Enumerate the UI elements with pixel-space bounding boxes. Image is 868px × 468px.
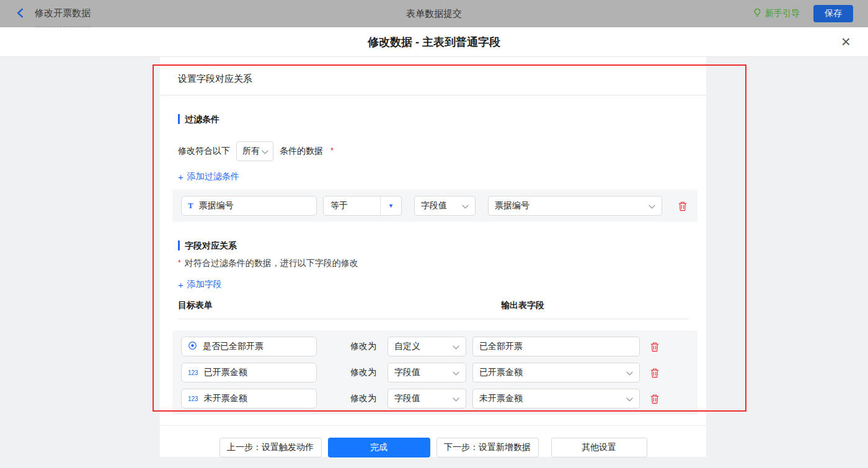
done-button[interactable]: 完成: [328, 438, 430, 457]
condition-field-value: 票据编号: [199, 200, 234, 211]
target-field-select[interactable]: 123 未开票金额: [181, 389, 317, 408]
text-field-icon: T: [188, 201, 193, 211]
mapping-description-row: * 对符合过滤条件的数据，进行以下字段的修改: [178, 258, 688, 269]
page-title: 表单数据提交: [0, 8, 868, 20]
filter-section-title: 过滤条件: [178, 114, 688, 124]
number-field-icon: 123: [188, 395, 198, 402]
operator-value: 等于: [324, 200, 380, 211]
chevron-down-icon: [262, 146, 268, 156]
condition-value-select[interactable]: 票据编号: [488, 196, 662, 216]
required-asterisk: *: [178, 258, 181, 267]
guide-label: 新手引导: [765, 8, 800, 19]
delete-row-button[interactable]: [650, 368, 660, 378]
mapping-row: 123 已开票金额 修改为 字段值 已开票金额: [181, 363, 689, 382]
save-button[interactable]: 保存: [813, 5, 853, 22]
add-field-label: 添加字段: [187, 279, 222, 290]
match-mode-value: 所有: [242, 146, 260, 157]
match-suffix-label: 条件的数据: [280, 146, 323, 157]
modify-to-label: 修改为: [350, 341, 388, 352]
condition-field-select[interactable]: T 票据编号: [181, 196, 317, 216]
delete-condition-button[interactable]: [678, 201, 688, 211]
value-type-select[interactable]: 字段值: [388, 363, 466, 382]
modify-to-label: 修改为: [350, 367, 388, 378]
chevron-down-icon: [462, 201, 469, 211]
previous-step-button[interactable]: 上一步：设置触发动作: [219, 438, 322, 457]
triangle-down-icon: ▼: [388, 203, 394, 209]
footer-buttons: 上一步：设置触发动作 完成 下一步：设置新增数据 其他设置: [160, 438, 706, 457]
plus-icon: +: [178, 280, 184, 290]
add-field-link[interactable]: + 添加字段: [178, 279, 222, 290]
chevron-down-icon: [453, 368, 459, 377]
mapping-description: 对符合过滤条件的数据，进行以下字段的修改: [185, 258, 358, 269]
number-field-icon: 123: [188, 369, 198, 376]
custom-value-input[interactable]: 已全部开票: [472, 337, 640, 356]
value-type-value: 自定义: [394, 341, 420, 352]
filter-condition-row: T 票据编号 等于 ▼ 字段值 票据编号: [181, 196, 689, 216]
output-field-select[interactable]: 已开票金额: [472, 363, 640, 382]
value-type-value: 字段值: [394, 393, 420, 404]
chevron-down-icon: [649, 201, 655, 211]
workflow-title[interactable]: 修改开票数据: [35, 0, 91, 27]
chevron-down-icon: [626, 394, 633, 404]
output-field-value: 已开票金额: [479, 367, 523, 378]
condition-value: 票据编号: [495, 200, 529, 211]
match-mode-select[interactable]: 所有: [236, 141, 273, 161]
dialog-header: 修改数据 - 主表到普通字段 ×: [0, 27, 868, 57]
value-type-value: 字段值: [394, 367, 420, 378]
condition-operator-select[interactable]: 等于 ▼: [323, 196, 402, 216]
custom-value: 已全部开票: [479, 341, 523, 352]
footer-divider: [160, 425, 706, 426]
operator-dropdown-button[interactable]: ▼: [380, 196, 401, 215]
filter-match-row: 修改符合以下 所有 条件的数据 *: [178, 141, 688, 161]
output-field-value: 未开票金额: [479, 393, 523, 404]
add-filter-condition-link[interactable]: + 添加过滤条件: [178, 171, 239, 182]
chevron-down-icon: [626, 368, 633, 377]
back-button[interactable]: [15, 7, 26, 20]
mapping-row: 123 未开票金额 修改为 字段值 未开票金额: [181, 389, 689, 408]
dialog-title: 修改数据 - 主表到普通字段: [368, 35, 500, 50]
target-field-value: 已开票金额: [204, 367, 247, 378]
delete-row-button[interactable]: [650, 342, 660, 352]
required-asterisk: *: [330, 146, 334, 155]
card-header: 设置字段对应关系: [160, 57, 706, 95]
mapping-table-header: 目标表单 输出表字段: [178, 300, 688, 319]
target-field-value: 是否已全部开票: [203, 341, 264, 352]
top-bar: 修改开票数据 表单数据提交 新手引导 保存: [0, 0, 868, 27]
match-prefix-label: 修改符合以下: [178, 146, 230, 157]
radio-icon: [188, 341, 197, 352]
next-step-button[interactable]: 下一步：设置新增数据: [436, 438, 539, 457]
delete-row-button[interactable]: [650, 394, 660, 404]
settings-card: 设置字段对应关系 过滤条件 修改符合以下 所有 条件的数据 * + 添加过滤条件…: [160, 57, 706, 457]
column-output-fields: 输出表字段: [501, 300, 544, 311]
plus-icon: +: [178, 172, 184, 182]
condition-value-type-select[interactable]: 字段值: [414, 196, 476, 216]
mapping-row: 是否已全部开票 修改为 自定义 已全部开票: [181, 337, 689, 356]
output-field-select[interactable]: 未开票金额: [472, 389, 640, 408]
target-field-select[interactable]: 123 已开票金额: [181, 363, 317, 382]
chevron-down-icon: [453, 394, 459, 404]
add-filter-label: 添加过滤条件: [187, 171, 239, 182]
modify-to-label: 修改为: [350, 393, 388, 404]
mapping-rows-block: 是否已全部开票 修改为 自定义 已全部开票: [172, 330, 698, 415]
target-field-value: 未开票金额: [204, 393, 247, 404]
value-type-value: 字段值: [421, 200, 447, 211]
mapping-section-title: 字段对应关系: [178, 241, 688, 250]
beginner-guide-link[interactable]: 新手引导: [753, 8, 800, 19]
close-icon[interactable]: ×: [841, 32, 851, 51]
other-settings-button[interactable]: 其他设置: [551, 438, 647, 457]
value-type-select[interactable]: 自定义: [388, 337, 466, 356]
chevron-left-icon: [15, 7, 26, 20]
filter-condition-block: T 票据编号 等于 ▼ 字段值 票据编号: [172, 190, 698, 222]
dialog-body: 设置字段对应关系 过滤条件 修改符合以下 所有 条件的数据 * + 添加过滤条件…: [0, 57, 868, 468]
value-type-select[interactable]: 字段值: [388, 389, 466, 408]
chevron-down-icon: [453, 342, 459, 351]
lightbulb-icon: [753, 8, 762, 19]
target-field-select[interactable]: 是否已全部开票: [181, 337, 317, 356]
column-target-form: 目标表单: [178, 300, 501, 311]
